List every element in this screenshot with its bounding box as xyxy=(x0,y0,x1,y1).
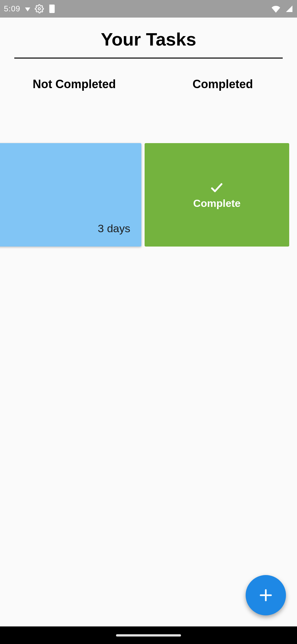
complete-action-content: Complete xyxy=(193,181,241,209)
device-frame: 5:09 xyxy=(0,0,297,644)
location-icon xyxy=(25,4,30,13)
navigation-bar xyxy=(0,626,297,644)
signal-icon xyxy=(285,5,293,13)
complete-action-card[interactable]: Complete xyxy=(145,143,289,247)
task-cards-row: 3 days Complete xyxy=(0,143,297,247)
page-title: Your Tasks xyxy=(0,18,297,58)
status-time: 5:09 xyxy=(4,4,20,13)
sd-card-icon xyxy=(48,5,56,13)
tab-completed[interactable]: Completed xyxy=(148,77,297,91)
tabs: Not Completed Completed xyxy=(0,77,297,91)
wifi-icon xyxy=(271,5,281,13)
title-underline xyxy=(14,58,283,59)
app-root: Your Tasks Not Completed Completed 3 day… xyxy=(0,18,297,626)
add-task-button[interactable] xyxy=(246,575,286,615)
tab-not-completed[interactable]: Not Completed xyxy=(0,77,148,91)
status-bar-right xyxy=(271,5,293,13)
task-card[interactable]: 3 days xyxy=(0,143,141,247)
home-indicator[interactable] xyxy=(116,634,181,637)
status-bar-left: 5:09 xyxy=(4,4,56,13)
task-due-label: 3 days xyxy=(98,222,130,235)
check-icon xyxy=(208,181,226,195)
plus-icon xyxy=(258,587,274,603)
status-bar: 5:09 xyxy=(0,0,297,18)
complete-action-label: Complete xyxy=(193,197,241,209)
svg-point-0 xyxy=(38,8,40,10)
gear-icon xyxy=(35,4,44,13)
